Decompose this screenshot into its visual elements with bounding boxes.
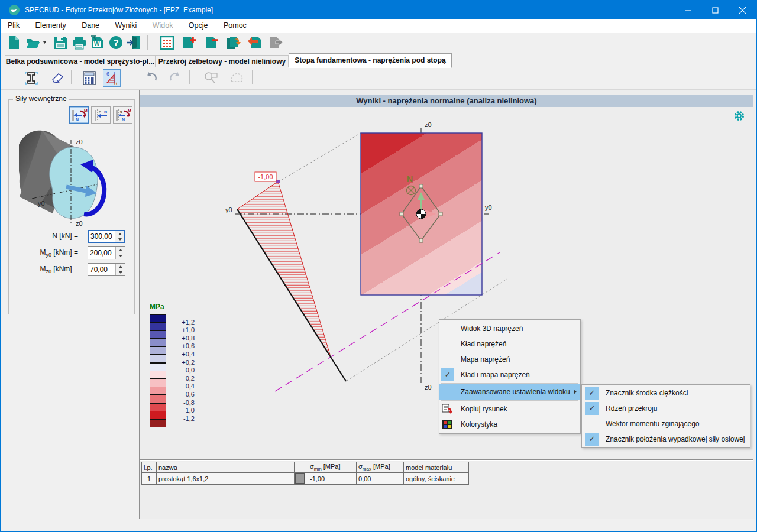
menu-separator [441,400,578,401]
legend-swatch [150,379,166,387]
spinner-up-icon[interactable] [116,264,125,270]
submenu-item-znacznik-polozenia[interactable]: ✓Znacznik położenia wypadkowej siły osio… [582,432,750,447]
legend-swatch [150,323,166,331]
eraser-button[interactable] [48,69,66,87]
import-tab-button[interactable] [246,34,263,51]
tab-przekroj-zelbetowy[interactable]: Przekrój żelbetowy - model nieliniowy [156,55,289,67]
submenu-item-rdzen-przekroju[interactable]: ✓Rdzeń przekroju [582,401,750,416]
exit-door-icon [127,35,141,50]
col-nazwa[interactable]: nazwa [157,462,295,473]
spinner-up-icon[interactable] [116,247,125,253]
axis-y0-label: y0 [38,200,45,207]
svg-text:N: N [76,118,79,122]
my0-input[interactable] [88,247,117,259]
new-file-button[interactable] [6,34,22,51]
stress-distribution-wedge [237,180,346,381]
help-icon: ? [109,35,123,50]
section-table-button[interactable] [158,34,175,51]
magnifier-tag-icon [203,71,219,85]
duplicate-tab-button[interactable] [225,34,241,51]
mz0-field-label: Mz0 [kNm] = [40,265,78,274]
field-row-n: N [kN] = [2,230,132,243]
menu-item-klad-i-mapa[interactable]: ✓Kład i mapa naprężeń [439,367,580,382]
page-plus-icon [182,35,196,50]
menu-item-zaawansowane[interactable]: Zaawansowane ustawienia widoku [439,384,580,400]
maximize-icon [712,7,719,14]
tab-belka-podsuwnicowa[interactable]: Belka podsuwnicowa - model sprężysto-pl.… [5,55,156,67]
help-button[interactable]: ? [108,34,124,51]
menu-pomoc[interactable]: Pomoc [217,19,253,33]
legend-swatch [150,355,166,363]
material-color-swatch [295,473,305,484]
results-table-button[interactable] [80,69,98,87]
minimize-button[interactable] [674,1,701,19]
menu-dane[interactable]: Dane [75,19,106,33]
new-file-icon [8,35,21,50]
col-lp[interactable]: l.p. [142,462,157,473]
axis-y0-left-label: y0 [225,206,232,213]
dotted-section-icon [229,71,245,85]
load-mode-en-button[interactable]: eN [91,106,111,124]
mz0-spinner [115,264,125,275]
col-sigma-max[interactable]: σmax [MPa] [357,462,404,473]
col-color[interactable] [295,462,308,473]
menu-widok: Widok [146,19,180,33]
legend-value-label: -0,4 [167,382,195,390]
load-mode-emn-button[interactable]: eMN [113,106,132,124]
grid-table-icon [160,36,174,50]
spinner-down-icon[interactable] [116,270,125,275]
menu-item-widok-3d[interactable]: Widok 3D naprężeń [439,321,580,336]
svg-text:6: 6 [106,71,109,77]
page-arrow-right-icon [268,35,283,50]
mz0-input[interactable] [88,264,117,275]
copy-pages-icon [225,35,241,50]
add-tab-button[interactable] [181,34,198,51]
remove-tab-button[interactable] [203,34,220,51]
legend-value-label: +0,6 [167,342,195,349]
section-editor-button[interactable] [22,69,40,87]
menu-plik[interactable]: Plik [1,19,26,33]
spinner-up-icon[interactable] [115,231,124,236]
app-window: SPECBUD - Edytor Przekrojów Złożonych - … [0,0,757,532]
spinner-down-icon[interactable] [116,253,125,259]
checkmark-icon: ✓ [585,387,599,400]
submenu-item-wektor-momentu[interactable]: Wektor momentu zginającego [582,416,750,432]
tab-stopa-fundamentowa[interactable]: Stopa fundamentowa - naprężenia pod stop… [289,53,452,68]
field-row-my0: My0 [kNm] = [2,246,132,259]
axis-y0-right-label: y0 [485,204,492,211]
maximize-button[interactable] [701,1,729,19]
menu-wyniki[interactable]: Wyniki [109,19,144,33]
table-row[interactable]: 1 prostokąt 1,6x1,2 -1,00 0,00 ogólny, ś… [142,473,469,485]
cell-nazwa: prostokąt 1,6x1,2 [157,473,295,485]
spinner-down-icon[interactable] [115,236,124,242]
col-sigma-min[interactable]: σmin [MPa] [308,462,357,473]
n-input[interactable] [89,231,118,242]
undo-icon [143,71,158,85]
checkmark-icon: ✓ [585,402,599,415]
col-model[interactable]: model materiału [404,462,469,473]
close-button[interactable] [729,1,756,19]
menu-opcje[interactable]: Opcje [182,19,215,33]
export-word-button[interactable]: W [89,34,105,51]
cell-sigma-min: -1,00 [308,473,357,485]
eraser-icon [50,72,64,85]
menu-elementy[interactable]: Elementy [29,19,73,33]
menu-item-mapa-naprezen[interactable]: Mapa naprężeń [439,352,580,367]
undo-button[interactable] [142,69,160,87]
svg-text:?: ? [113,37,118,47]
svg-text:N: N [122,118,125,122]
axis-z0-top-label: z0 [425,121,432,128]
menu-item-klad-naprezen[interactable]: Kład naprężeń [439,336,580,352]
legend-swatch [150,363,166,371]
load-mode-mn-button[interactable]: MN [69,106,89,124]
axis-z0-bottom-label: z0 [76,220,83,227]
menu-item-kopiuj-rysunek[interactable]: Kopiuj rysunek [439,401,580,417]
menu-item-kolorystyka[interactable]: Kolorystyka [439,417,580,432]
exit-button[interactable] [125,34,142,51]
save-button[interactable] [52,34,69,51]
legend-value-label: +0,2 [167,359,195,366]
open-file-button[interactable] [25,34,48,51]
submenu-item-znacznik-srodka[interactable]: ✓Znacznik środka ciężkości [582,385,750,401]
print-button[interactable] [71,34,88,51]
stress-diagram-button[interactable]: 66 [103,69,121,87]
